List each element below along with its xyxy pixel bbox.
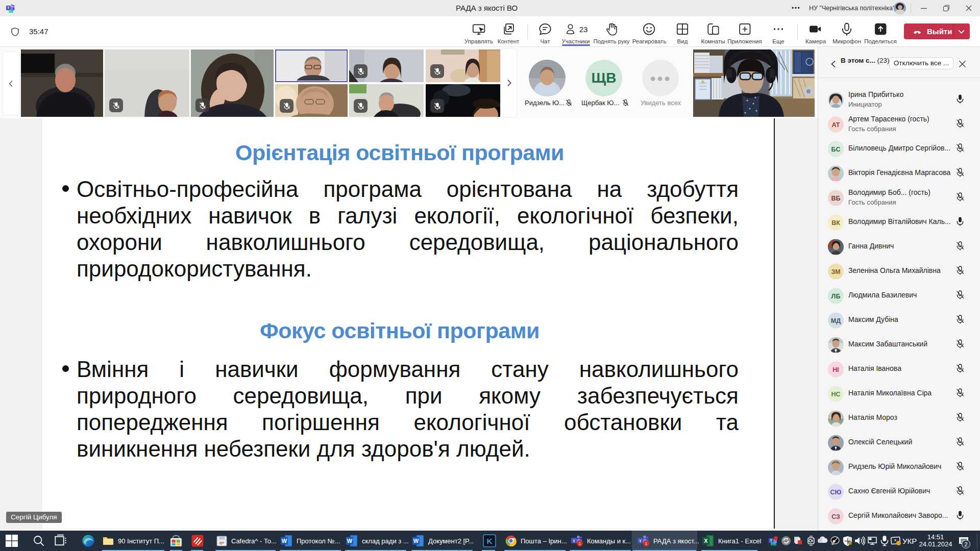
svg-text:W: W (413, 538, 419, 544)
svg-text:W: W (347, 538, 353, 544)
svg-text:T: T (573, 538, 575, 543)
svg-text:K: K (486, 537, 492, 545)
svg-text:W: W (282, 538, 287, 544)
svg-text:T: T (770, 539, 772, 542)
svg-text:NEW: NEW (771, 542, 776, 545)
svg-text:1: 1 (579, 541, 581, 546)
svg-text:1: 1 (645, 541, 648, 546)
svg-text:T: T (639, 538, 642, 543)
svg-text:X: X (704, 538, 708, 544)
svg-text:T: T (7, 6, 10, 10)
svg-text:!: ! (850, 542, 851, 545)
